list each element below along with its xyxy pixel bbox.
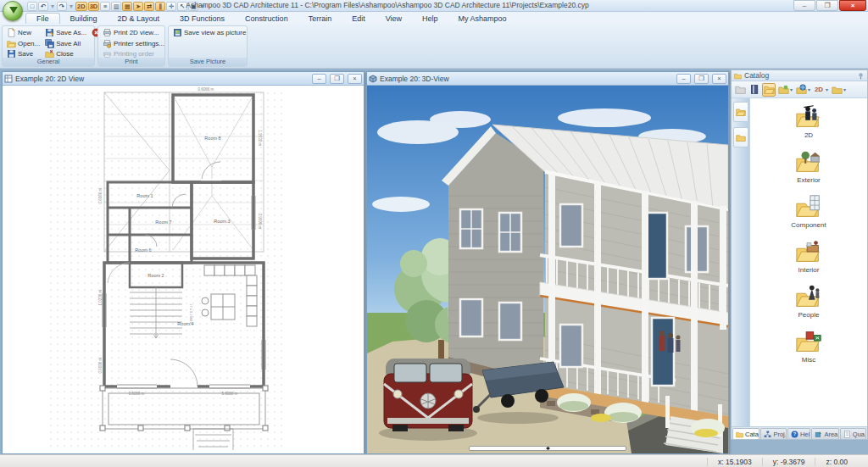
tab-project[interactable]: Proj... [760,428,787,439]
catalog-item-component[interactable]: Component [779,193,838,236]
catalog-side-tab-2[interactable] [733,127,748,147]
close-button[interactable]: × [839,0,866,11]
dropdown-arrow-icon[interactable]: ▾ [808,86,810,92]
view3d-close-button[interactable]: × [712,74,726,84]
ribbon-group-save-picture: Save view as picture Save Picture [168,25,248,67]
status-x-coordinate: x: 15.1903 [707,458,762,466]
printer-settings-button[interactable]: Printer settings... [100,38,167,49]
catalog-folder-icon [734,72,742,80]
room-label: Room 8 [204,136,220,141]
catalog-title: Catalog [744,71,854,80]
catalog-item-misc[interactable]: Misc [779,328,838,370]
save-as-button[interactable]: Save As... [42,27,89,38]
plan-window: Example 20: 2D View – ❐ × [2,71,364,454]
printer-icon [103,28,112,37]
tab-area[interactable]: Area... [811,428,838,439]
catalog-item-label: Misc [802,356,815,364]
tab-file[interactable]: File [25,13,60,24]
plan-canvas[interactable]: Room 8 Room 1 Room 7 Room 3 Room 6 Room … [3,86,364,453]
status-bar: x: 15.1903 y: -9.3679 z: 0.00 [0,454,868,467]
dimension-label: 0.6066 m [198,87,214,92]
materials-folder-dropdown[interactable] [830,83,843,97]
plan-window-titlebar[interactable]: Example 20: 2D View – ❐ × [3,72,364,86]
catalog-item-exterior[interactable]: Exterior [779,148,838,191]
view3d-window-titlebar[interactable]: Example 20: 3D-View – ❐ × [367,72,728,86]
window-title: Ashampoo 3D CAD Architecture 11 - C:\Pro… [0,1,775,9]
button-label: Save All [56,40,81,47]
maximize-button[interactable]: ❐ [816,0,838,11]
tab-help[interactable]: ? Help [787,428,810,439]
view3d-minimize-button[interactable]: – [676,74,691,84]
plan-minimize-button[interactable]: – [312,74,326,84]
printer-settings-icon [103,39,112,48]
objects-folder-dropdown[interactable] [776,83,790,97]
catalog-item-interior[interactable]: Interior [779,238,838,281]
tab-edit[interactable]: Edit [342,14,376,24]
save-all-button[interactable]: Save All [42,38,89,49]
application-menu-button[interactable] [3,1,23,21]
view3d-zoom-slider[interactable] [469,446,626,451]
print-2d-view-button[interactable]: Print 2D view... [100,27,167,38]
catalog-item-label: Component [791,221,826,229]
catalog-tab-icon [736,431,743,438]
plan-close-button[interactable]: × [348,74,362,84]
tab-catalog[interactable]: Cata... [732,428,760,439]
ashampoo-orb-icon [9,7,18,14]
button-label: Save [18,50,33,58]
status-z-coordinate: z: 0.00 [815,458,858,466]
dimension-label: 0.6066 m [98,187,103,203]
catalog-item-2d[interactable]: 2D [779,103,838,146]
coordinate-readout: x: 15.1903 y: -9.3679 z: 0.00 [707,455,858,467]
dropdown-arrow-icon[interactable]: ▾ [843,86,846,92]
button-label: Save view as picture [184,29,246,36]
save-view-as-picture-button[interactable]: Save view as picture [170,27,248,38]
back-folder-icon[interactable] [733,83,747,97]
catalog-book-icon[interactable] [748,83,761,97]
dimension-label: 3.6066 m [129,392,145,396]
slider-thumb[interactable] [546,447,550,450]
tab-help[interactable]: Help [412,14,448,24]
catalog-item-people[interactable]: People [779,283,838,325]
catalog-item-label: People [798,311,820,319]
tab-view[interactable]: View [376,14,412,24]
tab-2d-layout[interactable]: 2D & Layout [108,14,170,24]
button-label: Open... [18,40,40,47]
group-label-save-picture: Save Picture [169,58,247,66]
tab-label: Cata... [745,431,760,438]
new-button[interactable]: New [4,27,42,38]
misc-category-icon [794,328,823,355]
2d-symbols-dropdown[interactable]: 2D [812,83,826,97]
save-as-disk-icon [45,28,54,37]
2d-label: 2D [815,86,823,93]
tab-construction[interactable]: Construction [235,14,298,24]
floor-plan-drawing: Room 8 Room 1 Room 7 Room 3 Room 6 Room … [3,86,364,453]
minimize-button[interactable]: – [793,0,815,11]
tab-label: Proj... [773,431,787,438]
pin-icon[interactable] [857,72,865,80]
ribbon-tab-bar: File Building 2D & Layout 3D Functions C… [0,12,868,24]
tab-terrain[interactable]: Terrain [298,14,342,24]
view3d-canvas[interactable] [367,86,728,453]
dropdown-arrow-icon[interactable]: ▾ [826,86,828,92]
open-button[interactable]: Open... [4,38,42,49]
tab-label: Help [800,431,810,438]
exterior-category-icon [794,148,823,175]
plan-maximize-button[interactable]: ❐ [330,74,344,84]
textures-globe-dropdown[interactable] [794,83,808,97]
titlebar[interactable]: □ ↶ ▾ ↷ ▾ 2D 3D ≡ ▥ ▦ ➤ ⇄ ∥ ✛ ↖ ▣ ▾ Asha… [0,0,868,12]
view3d-window-title: Example 20: 3D-View [380,75,673,83]
open-catalog-folder-icon[interactable] [762,83,776,97]
tab-building[interactable]: Building [60,14,108,24]
tab-quantities[interactable]: Qua... [840,428,866,439]
button-label: Printer settings... [114,40,164,47]
view3d-maximize-button[interactable]: ❐ [694,74,709,84]
dimension-label: 1.0236 m [98,289,103,305]
view3d-window-icon [369,75,377,83]
dropdown-arrow-icon[interactable]: ▾ [790,86,793,92]
tab-my-ashampoo[interactable]: My Ashampoo [448,14,517,24]
group-label-print: Print [98,58,164,66]
tab-3d-functions[interactable]: 3D Functions [170,14,235,24]
gable-wall [448,133,543,381]
catalog-header: Catalog [732,70,867,81]
catalog-side-tab-1[interactable] [733,102,748,122]
